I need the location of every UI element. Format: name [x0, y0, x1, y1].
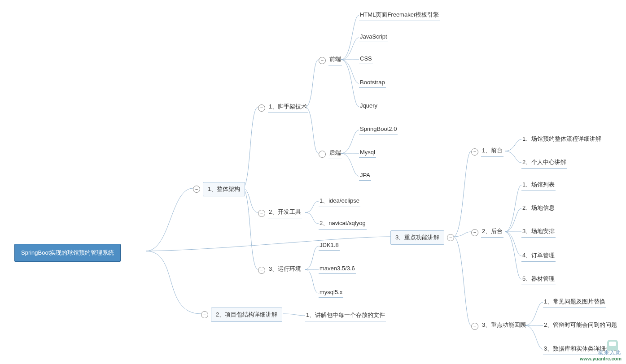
b1-c3[interactable]: − 3、运行环境: [258, 265, 302, 275]
root-label: SpringBoot实现的球馆预约管理系统: [14, 244, 121, 262]
collapse-icon[interactable]: −: [319, 151, 326, 158]
b3-c1-item[interactable]: 1、场馆预约整体流程详细讲解: [521, 135, 602, 145]
b3-c2-item[interactable]: 3、场地安排: [521, 227, 556, 238]
watermark: 猿来入此 www.yuanlrc.com: [580, 349, 622, 361]
runtime-item[interactable]: maven3.5/3.6: [319, 265, 356, 274]
b3-c2-item[interactable]: 5、器材管理: [521, 275, 556, 285]
frontend-item[interactable]: HTML页面Freemaker模板引擎: [359, 11, 440, 21]
collapse-icon[interactable]: −: [258, 267, 265, 274]
watermark-line1: 猿来入此: [580, 349, 622, 356]
b3-c2-item[interactable]: 1、场馆列表: [521, 181, 556, 191]
b1-c1[interactable]: − 1、脚手架技术: [258, 103, 308, 113]
runtime-item[interactable]: JDK1.8: [319, 242, 340, 251]
collapse-icon[interactable]: −: [258, 210, 265, 217]
devtool-item[interactable]: 1、idea/eclipse: [319, 197, 360, 207]
b3-c3[interactable]: − 3、重点功能回顾: [471, 321, 527, 331]
b1-c1-label: 1、脚手架技术: [268, 103, 308, 113]
branch-3-label: 3、重点功能讲解: [390, 230, 444, 245]
frontend-item[interactable]: Jquery: [359, 102, 378, 111]
collapse-icon[interactable]: −: [193, 186, 200, 193]
frontend-node[interactable]: − 前端: [319, 55, 342, 65]
collapse-icon[interactable]: −: [258, 104, 265, 112]
b1-c3-label: 3、运行环境: [268, 265, 302, 275]
collapse-icon[interactable]: −: [319, 57, 326, 64]
backend-item[interactable]: JPA: [359, 172, 371, 181]
backend-item[interactable]: Mysql: [359, 149, 376, 158]
frontend-item[interactable]: JavaScript: [359, 33, 388, 42]
collapse-icon[interactable]: −: [201, 311, 208, 318]
collapse-icon[interactable]: −: [471, 148, 478, 156]
b3-c1-item[interactable]: 2、个人中心讲解: [521, 158, 567, 169]
b2-item[interactable]: 1、讲解包中每一个存放的文件: [305, 311, 386, 321]
root-node[interactable]: SpringBoot实现的球馆预约管理系统: [14, 244, 121, 262]
collapse-icon[interactable]: −: [471, 229, 478, 236]
b1-c2[interactable]: − 2、开发工具: [258, 208, 302, 218]
b1-c2-label: 2、开发工具: [268, 208, 302, 218]
b3-c2-label: 2、后台: [481, 227, 503, 238]
frontend-label: 前端: [328, 55, 342, 65]
collapse-icon[interactable]: −: [471, 323, 478, 330]
b3-c2-item[interactable]: 4、订单管理: [521, 251, 556, 262]
b3-c1-label: 1、前台: [481, 147, 503, 157]
b3-c3-item[interactable]: 1、常见问题及图片替换: [543, 298, 606, 308]
b3-c3-item[interactable]: 2、管辩时可能会问到的问题: [543, 321, 618, 331]
frontend-item[interactable]: Bootstrap: [359, 79, 386, 88]
branch-1[interactable]: − 1、整体架构: [193, 182, 245, 196]
b3-c1[interactable]: − 1、前台: [471, 147, 503, 157]
devtool-item[interactable]: 2、navicat/sqlyog: [319, 219, 367, 230]
backend-label: 后端: [328, 149, 342, 159]
backend-item[interactable]: SpringBoot2.0: [359, 126, 398, 134]
b3-c2-item[interactable]: 2、场地信息: [521, 204, 556, 214]
b3-c3-label: 3、重点功能回顾: [481, 321, 527, 331]
backend-node[interactable]: − 后端: [319, 149, 342, 159]
runtime-item[interactable]: mysql5.x: [319, 289, 343, 298]
branch-1-label: 1、整体架构: [203, 182, 245, 196]
branch-3[interactable]: 3、重点功能讲解 −: [390, 230, 454, 245]
collapse-icon[interactable]: −: [447, 234, 454, 241]
branch-2-label: 2、项目包结构详细讲解: [211, 308, 282, 322]
watermark-line2: www.yuanlrc.com: [580, 356, 622, 361]
b3-c2[interactable]: − 2、后台: [471, 227, 503, 238]
branch-2[interactable]: − 2、项目包结构详细讲解: [201, 308, 282, 322]
frontend-item[interactable]: CSS: [359, 55, 373, 64]
